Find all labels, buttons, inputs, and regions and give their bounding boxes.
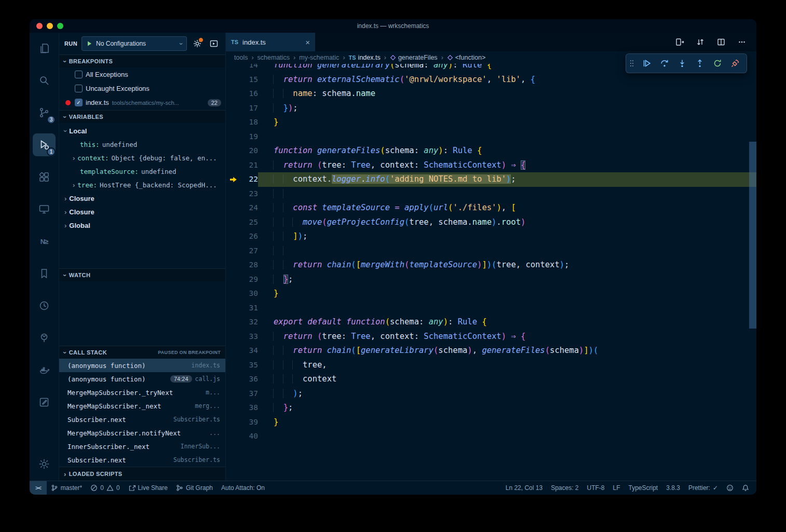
code-line[interactable]: 15 return externalSchematic('@nrwl/works… [226, 73, 756, 87]
remote-explorer-icon[interactable] [33, 198, 56, 221]
code-line[interactable]: 25 move(getProjectConfig(tree, schema.na… [226, 215, 756, 230]
docker-icon[interactable] [33, 359, 56, 381]
code-line[interactable]: 36 context [226, 372, 756, 387]
nx-console-icon[interactable]: N≥ [33, 230, 56, 253]
minimize-window-button[interactable] [47, 23, 53, 29]
restart-button[interactable] [709, 56, 726, 71]
breadcrumb-my-schematic[interactable]: my-schematic [299, 54, 339, 61]
gutter[interactable]: 19 [226, 130, 258, 144]
gutter[interactable]: 38 [226, 401, 258, 415]
code-line[interactable]: 16 name: schema.name [226, 87, 756, 101]
code-line[interactable]: 27 [226, 244, 756, 258]
scope-row[interactable]: ›Local [59, 124, 225, 138]
bookmarks-icon[interactable] [33, 262, 56, 285]
breakpoint-item[interactable]: All Exceptions [59, 67, 225, 81]
call-stack-frame[interactable]: MergeMapSubscriber._nextmerg... [59, 399, 225, 413]
gutter[interactable]: 22 [226, 172, 258, 187]
editor-scrollbar[interactable] [749, 64, 756, 481]
run-debug-icon[interactable]: 1 [33, 133, 56, 156]
gutter[interactable]: 15 [226, 73, 258, 87]
remote-indicator[interactable]: >< [30, 481, 47, 495]
breadcrumb-tools[interactable]: tools [234, 54, 248, 61]
gutter[interactable]: 30 [226, 287, 258, 301]
code-line[interactable]: 26 ]); [226, 229, 756, 244]
indentation-status[interactable]: Spaces: 2 [547, 481, 582, 495]
open-changes-icon[interactable] [673, 36, 686, 48]
step-over-button[interactable] [656, 56, 673, 71]
code-line[interactable]: 22 context.logger.info('adding NOTES.md … [226, 172, 756, 187]
code-line[interactable]: 38 }; [226, 401, 756, 415]
source-control-icon[interactable]: 3 [33, 101, 56, 124]
code-line[interactable]: 29 }; [226, 272, 756, 287]
call-stack-frame[interactable]: (anonymous function)index.ts [59, 359, 225, 372]
close-tab-icon[interactable]: × [305, 38, 310, 46]
code-line[interactable]: 20function generateFiles(schema: any): R… [226, 144, 756, 158]
breakpoint-item[interactable]: Uncaught Exceptions [59, 81, 225, 96]
breakpoint-checkbox[interactable] [75, 85, 83, 92]
code-line[interactable]: 24 const templateSource = apply(url('./f… [226, 201, 756, 215]
code-line[interactable]: 34 return chain([generateLibrary(schema)… [226, 344, 756, 358]
breadcrumb-file[interactable]: TS index.ts [349, 54, 381, 61]
code-line[interactable]: 17 }); [226, 101, 756, 116]
gutter[interactable]: 14 [226, 64, 258, 73]
gutter[interactable]: 25 [226, 215, 258, 230]
breakpoint-item[interactable]: ✓index.tstools/schematics/my-sch...22 [59, 96, 225, 110]
call-stack-frame[interactable]: MergeMapSubscriber._tryNextm... [59, 386, 225, 399]
call-stack-frame[interactable]: (anonymous function)74:24call.js [59, 372, 225, 386]
code-line[interactable]: 19 [226, 130, 756, 144]
step-out-button[interactable] [692, 56, 708, 71]
scrollbar-slider[interactable] [749, 142, 756, 329]
gutter[interactable]: 33 [226, 330, 258, 344]
gutter[interactable]: 18 [226, 115, 258, 130]
code-line[interactable]: 31 [226, 301, 756, 316]
todo-edit-icon[interactable] [33, 391, 56, 414]
gutter[interactable]: 39 [226, 415, 258, 430]
gutter[interactable]: 23 [226, 187, 258, 201]
code-line[interactable]: 33 return (tree: Tree, context: Schemati… [226, 330, 756, 344]
continue-button[interactable] [639, 56, 655, 71]
disconnect-button[interactable] [727, 56, 743, 71]
gutter[interactable]: 16 [226, 87, 258, 101]
breakpoint-checkbox[interactable] [75, 71, 83, 78]
step-into-button[interactable] [674, 56, 690, 71]
search-icon[interactable] [33, 69, 56, 92]
gutter[interactable]: 29 [226, 272, 258, 287]
gutter[interactable]: 35 [226, 358, 258, 373]
code-line[interactable]: 32export default function(schema: any): … [226, 315, 756, 330]
debug-console-panel-icon[interactable] [208, 37, 220, 50]
call-stack-section-header[interactable]: › CALL STACK PAUSED ON BREAKPOINT [59, 346, 225, 359]
drag-handle-icon[interactable] [629, 59, 638, 68]
loaded-scripts-section-header[interactable]: › LOADED SCRIPTS [59, 467, 225, 481]
code-line[interactable]: 28 return chain([mergeWith(templateSourc… [226, 258, 756, 272]
variable-row[interactable]: ›context:Object {debug: false, en... [59, 151, 225, 165]
code-line[interactable]: 18} [226, 115, 756, 130]
gutter[interactable]: 37 [226, 387, 258, 401]
encoding-status[interactable]: UTF-8 [583, 481, 609, 495]
git-graph-status[interactable]: Git Graph [172, 481, 217, 495]
call-stack-frame[interactable]: InnerSubscriber._nextInnerSub... [59, 440, 225, 453]
clock-icon[interactable] [33, 294, 56, 317]
scope-row[interactable]: ›Closure [59, 192, 225, 205]
start-debugging-icon[interactable] [86, 40, 92, 47]
code-line[interactable]: 35 tree, [226, 358, 756, 373]
problems-status[interactable]: 0 0 [86, 481, 124, 495]
gutter[interactable]: 28 [226, 258, 258, 272]
code-line[interactable]: 30} [226, 287, 756, 301]
code-line[interactable]: 40 [226, 429, 756, 444]
extensions-icon[interactable] [33, 166, 56, 188]
breakpoints-section-header[interactable]: › BREAKPOINTS [59, 54, 225, 67]
notifications-status[interactable] [738, 481, 753, 495]
typescript-version-status[interactable]: 3.8.3 [662, 481, 684, 495]
gutter[interactable]: 26 [226, 229, 258, 244]
peacock-icon[interactable] [33, 326, 56, 349]
launch-configuration-dropdown[interactable]: No Configurations › [82, 36, 187, 51]
breadcrumb-symbol-generateFiles[interactable]: generateFiles [390, 54, 438, 61]
manage-gear-icon[interactable] [33, 453, 56, 475]
swap-order-icon[interactable] [694, 36, 707, 48]
more-actions-icon[interactable] [736, 36, 748, 48]
code-editor[interactable]: 14function generateLibrary(schema: any):… [226, 64, 756, 481]
scope-row[interactable]: ›Closure [59, 205, 225, 219]
gutter[interactable]: 27 [226, 244, 258, 258]
breadcrumb-symbol-function[interactable]: <function> [447, 54, 485, 61]
auto-attach-status[interactable]: Auto Attach: On [217, 481, 269, 495]
